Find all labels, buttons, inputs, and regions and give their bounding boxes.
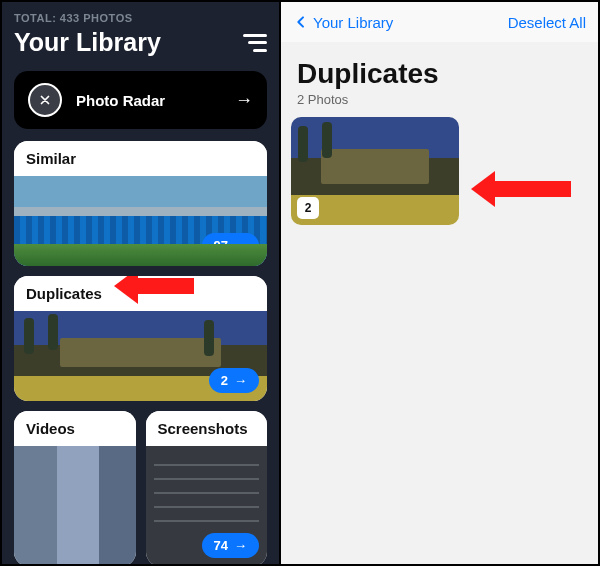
- stack-count-badge: 2: [297, 197, 319, 219]
- photo-radar-card[interactable]: Photo Radar →: [14, 71, 267, 129]
- library-title: Your Library: [14, 28, 161, 57]
- arrow-right-icon: →: [234, 238, 247, 253]
- back-label: Your Library: [313, 14, 393, 31]
- videos-tile[interactable]: Videos: [14, 411, 136, 564]
- nav-bar: Your Library Deselect All: [281, 2, 598, 42]
- screenshots-title: Screenshots: [146, 411, 268, 446]
- annotation-arrow-icon: [471, 174, 571, 204]
- duplicates-thumbnail: 2 →: [14, 311, 267, 401]
- library-screen: TOTAL: 433 PHOTOS Your Library Photo Rad…: [0, 2, 281, 564]
- screenshots-count: 74: [214, 538, 228, 553]
- arrow-right-icon: →: [235, 90, 253, 111]
- screenshots-count-badge[interactable]: 74 →: [202, 533, 259, 558]
- total-photos-label: TOTAL: 433 PHOTOS: [14, 12, 267, 24]
- chevron-left-icon: [293, 14, 309, 30]
- library-header: Your Library: [14, 28, 267, 57]
- photo-radar-label: Photo Radar: [76, 92, 221, 109]
- duplicates-screen: Your Library Deselect All Duplicates 2 P…: [281, 2, 600, 564]
- similar-count: 97: [214, 238, 228, 253]
- bottom-tile-row: Videos Screenshots 74 →: [14, 411, 267, 564]
- screenshots-tile[interactable]: Screenshots 74 →: [146, 411, 268, 564]
- arrow-right-icon: →: [234, 538, 247, 553]
- screenshots-thumbnail: 74 →: [146, 446, 268, 564]
- similar-count-badge[interactable]: 97 →: [202, 233, 259, 258]
- duplicates-tile[interactable]: Duplicates 2 →: [14, 276, 267, 401]
- similar-title: Similar: [14, 141, 267, 176]
- similar-tile[interactable]: Similar 97 →: [14, 141, 267, 266]
- duplicates-count: 2: [221, 373, 228, 388]
- duplicates-title: Duplicates: [14, 276, 267, 311]
- arrow-right-icon: →: [234, 373, 247, 388]
- close-icon[interactable]: [28, 83, 62, 117]
- deselect-all-button[interactable]: Deselect All: [508, 14, 586, 31]
- similar-thumbnail: 97 →: [14, 176, 267, 266]
- videos-title: Videos: [14, 411, 136, 446]
- menu-icon[interactable]: [243, 34, 267, 52]
- duplicates-count-badge[interactable]: 2 →: [209, 368, 259, 393]
- back-button[interactable]: Your Library: [293, 14, 393, 31]
- duplicates-page-title: Duplicates: [297, 58, 598, 90]
- videos-thumbnail: [14, 446, 136, 564]
- duplicates-subtitle: 2 Photos: [297, 92, 598, 107]
- duplicate-stack-thumbnail[interactable]: 2: [291, 117, 459, 225]
